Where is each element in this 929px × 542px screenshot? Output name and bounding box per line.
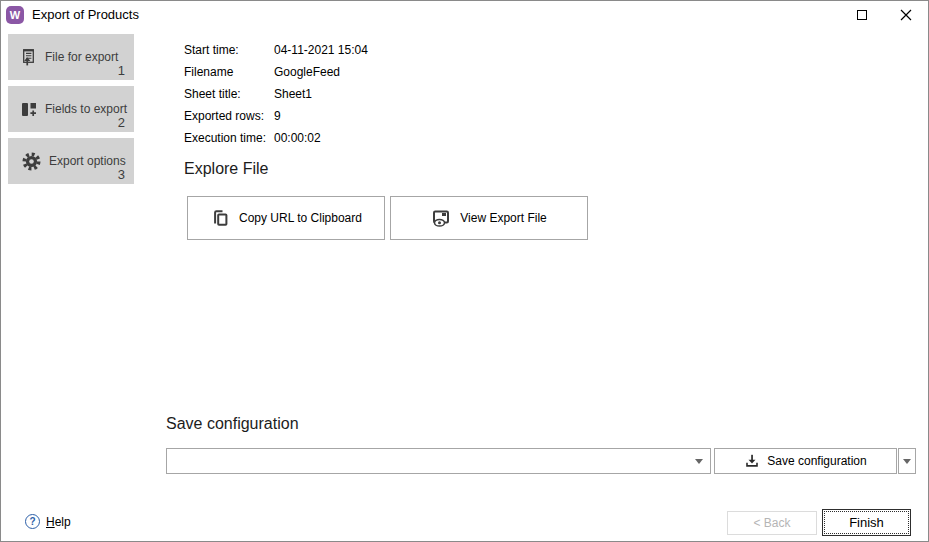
save-configuration-split-button: Save configuration — [714, 448, 916, 474]
maximize-icon — [857, 10, 867, 20]
step-number: 2 — [118, 115, 125, 130]
help-link[interactable]: ? Help — [25, 514, 71, 529]
finish-button-label: Finish — [849, 515, 884, 530]
window-title: Export of Products — [32, 7, 139, 22]
explore-file-heading: Explore File — [184, 160, 268, 178]
help-label: Help — [46, 515, 71, 529]
help-question-icon: ? — [25, 514, 40, 529]
chevron-down-icon — [695, 459, 703, 464]
step-export-options[interactable]: Export options 3 — [8, 138, 134, 184]
fields-export-icon — [21, 101, 38, 118]
summary-row-exported-rows: Exported rows: 9 — [184, 105, 368, 127]
close-button[interactable] — [884, 2, 928, 28]
summary-value: 9 — [274, 109, 368, 123]
step-fields-to-export[interactable]: Fields to export 2 — [8, 86, 134, 132]
close-icon — [900, 9, 912, 21]
step-label: Fields to export — [45, 102, 127, 116]
maximize-button[interactable] — [840, 2, 884, 28]
save-download-icon — [744, 453, 760, 469]
summary-label: Execution time: — [184, 131, 274, 145]
back-button[interactable]: < Back — [727, 511, 817, 535]
app-logo-icon: W — [6, 6, 24, 24]
summary-value: 04-11-2021 15:04 — [274, 43, 368, 57]
summary-row-execution-time: Execution time: 00:00:02 — [184, 127, 368, 149]
summary-label: Filename — [184, 65, 274, 79]
copy-icon — [210, 208, 230, 228]
explore-buttons: Copy URL to Clipboard View Export File — [187, 196, 588, 240]
save-configuration-dropdown-button[interactable] — [898, 448, 916, 474]
summary-value: 00:00:02 — [274, 131, 368, 145]
back-button-label: < Back — [753, 516, 790, 530]
summary-row-filename: Filename GoogleFeed — [184, 61, 368, 83]
copy-url-button-label: Copy URL to Clipboard — [239, 211, 362, 225]
gear-icon — [21, 151, 42, 172]
finish-button[interactable]: Finish — [822, 509, 911, 536]
combobox-dropdown-button[interactable] — [688, 449, 710, 473]
step-file-for-export[interactable]: File for export 1 — [8, 34, 134, 80]
export-wizard-window: W Export of Products File for export 1 — [0, 0, 929, 542]
view-file-icon — [431, 208, 451, 228]
titlebar: W Export of Products — [1, 1, 928, 28]
summary-label: Start time: — [184, 43, 274, 57]
summary-value: Sheet1 — [274, 87, 368, 101]
configuration-name-input[interactable] — [167, 449, 688, 473]
step-number: 1 — [118, 63, 125, 78]
file-export-icon — [21, 48, 38, 66]
step-label: Export options — [49, 154, 126, 168]
summary-row-sheet-title: Sheet title: Sheet1 — [184, 83, 368, 105]
save-configuration-heading: Save configuration — [166, 415, 299, 433]
chevron-down-icon — [903, 459, 911, 464]
view-export-file-button-label: View Export File — [460, 211, 546, 225]
wizard-steps: File for export 1 Fields to export 2 Exp… — [8, 34, 134, 190]
summary-label: Exported rows: — [184, 109, 274, 123]
summary-label: Sheet title: — [184, 87, 274, 101]
summary-value: GoogleFeed — [274, 65, 368, 79]
summary-row-start-time: Start time: 04-11-2021 15:04 — [184, 39, 368, 61]
save-configuration-button-label: Save configuration — [767, 454, 866, 468]
step-number: 3 — [118, 167, 125, 182]
step-label: File for export — [45, 50, 118, 64]
view-export-file-button[interactable]: View Export File — [390, 196, 588, 240]
export-summary: Start time: 04-11-2021 15:04 Filename Go… — [184, 39, 368, 149]
copy-url-button[interactable]: Copy URL to Clipboard — [187, 196, 385, 240]
save-configuration-row: Save configuration — [166, 448, 916, 474]
configuration-name-combobox[interactable] — [166, 448, 711, 474]
save-configuration-button[interactable]: Save configuration — [714, 448, 897, 474]
